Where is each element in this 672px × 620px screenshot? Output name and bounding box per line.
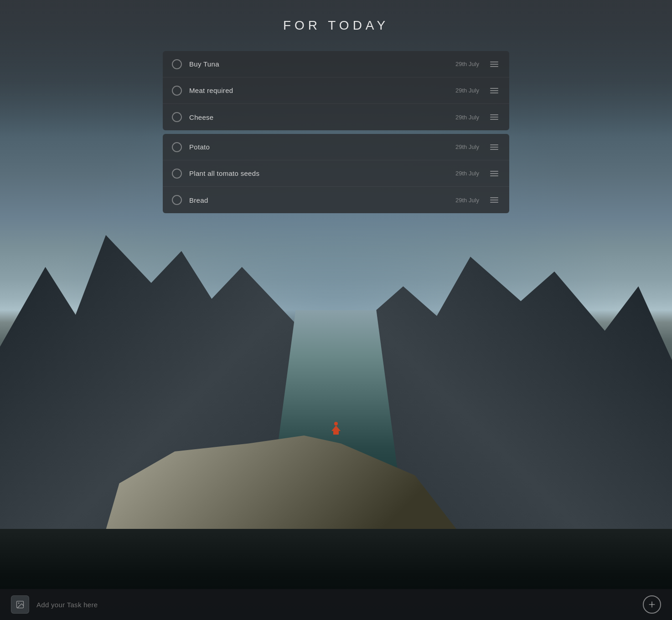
menu-line (490, 64, 498, 65)
task-checkbox[interactable] (172, 112, 182, 122)
menu-line (490, 200, 498, 200)
menu-line (490, 202, 498, 203)
task-group-2: Potato 29th July Plant all tomato seeds … (163, 134, 509, 213)
task-date: 29th July (455, 170, 479, 177)
add-task-button[interactable] (643, 595, 661, 614)
task-checkbox[interactable] (172, 86, 182, 96)
menu-line (490, 171, 498, 172)
task-menu-icon[interactable] (488, 169, 500, 178)
menu-line (490, 66, 498, 67)
task-label: Cheese (189, 113, 455, 121)
task-item[interactable]: Potato 29th July (163, 134, 509, 160)
task-list: Buy Tuna 29th July Meat required 29th Ju… (163, 51, 509, 213)
svg-point-1 (18, 603, 20, 604)
task-label: Plant all tomato seeds (189, 169, 455, 177)
task-label: Buy Tuna (189, 60, 455, 68)
task-item[interactable]: Cheese 29th July (163, 104, 509, 130)
task-date: 29th July (455, 114, 479, 121)
menu-line (490, 61, 498, 62)
menu-line (490, 92, 498, 93)
menu-line (490, 149, 498, 150)
menu-line (490, 197, 498, 198)
task-menu-icon[interactable] (488, 195, 500, 205)
plus-icon (647, 600, 656, 609)
task-checkbox[interactable] (172, 169, 182, 179)
task-checkbox[interactable] (172, 59, 182, 69)
image-picker-button[interactable] (11, 595, 29, 614)
task-menu-icon[interactable] (488, 143, 500, 152)
task-label: Potato (189, 143, 455, 151)
task-menu-icon[interactable] (488, 113, 500, 122)
task-input[interactable] (36, 601, 636, 609)
menu-line (490, 117, 498, 118)
task-date: 29th July (455, 61, 479, 67)
task-checkbox[interactable] (172, 195, 182, 205)
menu-line (490, 175, 498, 176)
page-title: FOR TODAY (283, 18, 389, 33)
menu-line (490, 119, 498, 120)
menu-line (490, 144, 498, 145)
menu-line (490, 147, 498, 148)
menu-line (490, 173, 498, 174)
task-date: 29th July (455, 87, 479, 94)
task-item[interactable]: Buy Tuna 29th July (163, 51, 509, 77)
main-content: FOR TODAY Buy Tuna 29th July Meat requir… (0, 0, 672, 620)
menu-line (490, 88, 498, 89)
bottom-bar (0, 589, 672, 620)
task-date: 29th July (455, 197, 479, 204)
task-item[interactable]: Plant all tomato seeds 29th July (163, 160, 509, 187)
task-menu-icon[interactable] (488, 60, 500, 69)
task-item[interactable]: Meat required 29th July (163, 77, 509, 104)
task-date: 29th July (455, 143, 479, 150)
menu-line (490, 114, 498, 115)
task-checkbox[interactable] (172, 142, 182, 152)
task-label: Meat required (189, 87, 455, 94)
task-menu-icon[interactable] (488, 86, 500, 95)
task-label: Bread (189, 196, 455, 204)
image-icon (16, 600, 25, 609)
menu-line (490, 90, 498, 91)
task-item[interactable]: Bread 29th July (163, 187, 509, 213)
task-group-1: Buy Tuna 29th July Meat required 29th Ju… (163, 51, 509, 130)
